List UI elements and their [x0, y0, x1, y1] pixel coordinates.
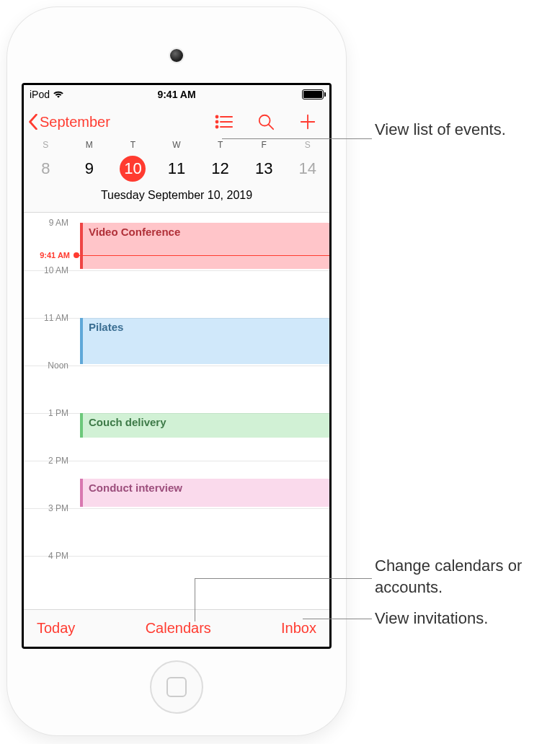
list-view-button[interactable] — [214, 112, 234, 132]
hour-label: 10 AM — [24, 265, 74, 275]
front-camera — [170, 49, 183, 62]
day-number[interactable]: 13 — [242, 156, 286, 182]
list-icon — [215, 114, 234, 130]
svg-point-2 — [216, 121, 218, 123]
chevron-left-icon — [28, 114, 38, 130]
calendar-event[interactable]: Video Conference — [80, 223, 329, 269]
search-icon — [257, 113, 275, 130]
day-number[interactable]: 9 — [68, 156, 112, 182]
home-button[interactable] — [150, 660, 203, 714]
svg-point-0 — [216, 116, 218, 118]
carrier-label: iPod — [30, 89, 50, 100]
day-number[interactable]: 14 — [285, 156, 329, 182]
plus-icon — [299, 113, 316, 130]
status-bar: iPod 9:41 AM — [24, 85, 329, 104]
calendars-button[interactable]: Calendars — [143, 617, 214, 639]
day-number[interactable]: 8 — [24, 156, 68, 182]
wifi-icon — [53, 90, 64, 99]
selected-date-label: Tuesday September 10, 2019 — [24, 182, 329, 206]
search-button[interactable] — [256, 112, 276, 132]
svg-line-7 — [269, 125, 273, 129]
callout-inbox: View invitations. — [375, 608, 488, 629]
hour-label: 1 PM — [24, 408, 74, 418]
hour-gridline — [24, 556, 329, 603]
weekday-label: M — [68, 140, 112, 150]
callout-line — [195, 578, 195, 621]
back-button[interactable]: September — [28, 114, 214, 130]
weekday-label: T — [111, 140, 155, 150]
calendar-event[interactable]: Conduct interview — [80, 479, 329, 507]
weekday-label: W — [155, 140, 199, 150]
nav-bar: September — [24, 104, 329, 140]
weekday-label: S — [285, 140, 329, 150]
bottom-toolbar: Today Calendars Inbox — [24, 609, 329, 647]
hour-label: 2 PM — [24, 456, 74, 466]
hour-label: Noon — [24, 360, 74, 371]
current-time-line — [74, 255, 329, 256]
day-number[interactable]: 10 — [111, 156, 155, 182]
hour-label: 3 PM — [24, 503, 74, 513]
weekday-row: SMTWTFS — [24, 140, 329, 150]
day-number[interactable]: 11 — [155, 156, 199, 182]
calendar-event[interactable]: Pilates — [80, 318, 329, 364]
day-timeline[interactable]: 9 AM10 AM11 AMNoon1 PM2 PM3 PM4 PMVideo … — [24, 213, 329, 609]
callout-line — [303, 619, 372, 619]
hour-gridline — [24, 508, 329, 556]
weekday-label: F — [242, 140, 286, 150]
battery-icon — [302, 89, 324, 99]
day-number[interactable]: 12 — [198, 156, 242, 182]
week-header: SMTWTFS 891011121314 Tuesday September 1… — [24, 140, 329, 213]
hour-gridline — [24, 270, 329, 318]
hour-label: 4 PM — [24, 551, 74, 561]
svg-point-4 — [216, 126, 218, 128]
device-frame: iPod 9:41 AM September — [7, 7, 346, 735]
weekday-label: T — [198, 140, 242, 150]
back-label: September — [40, 114, 110, 130]
today-button[interactable]: Today — [34, 617, 78, 639]
callout-list-view: View list of events. — [375, 119, 506, 141]
callout-line — [195, 578, 372, 579]
screen: iPod 9:41 AM September — [22, 83, 332, 649]
hour-label: 9 AM — [24, 218, 74, 228]
callout-line — [222, 138, 372, 139]
calendar-event[interactable]: Couch delivery — [80, 413, 329, 438]
hour-label: 11 AM — [24, 313, 74, 323]
day-number-row: 891011121314 — [24, 156, 329, 182]
weekday-label: S — [24, 140, 68, 150]
current-time-dot — [74, 252, 79, 258]
status-time: 9:41 AM — [128, 89, 226, 100]
inbox-button[interactable]: Inbox — [278, 617, 319, 639]
hour-gridline — [24, 366, 329, 413]
add-event-button[interactable] — [298, 112, 318, 132]
callout-calendars: Change calendars or accounts. — [375, 555, 555, 598]
current-time-label: 9:41 AM — [24, 251, 74, 260]
